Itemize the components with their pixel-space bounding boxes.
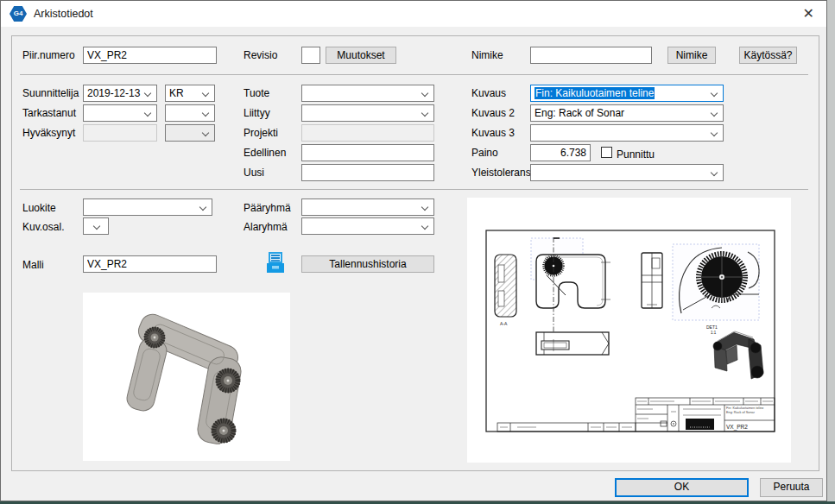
alaryhma-combo[interactable]: [301, 217, 434, 235]
chevron-down-icon: [421, 110, 428, 117]
kuvaus2-value: Eng: Rack of Sonar: [535, 107, 624, 119]
paino-input[interactable]: [530, 144, 591, 161]
separator-middle: [20, 189, 808, 190]
section-label: A-A: [500, 321, 508, 326]
kuvaus-label: Kuvaus: [471, 87, 506, 99]
luokite-label: Luokite: [22, 202, 56, 214]
chevron-down-icon: [421, 90, 428, 97]
drawing-preview-svg: A-A: [467, 198, 791, 463]
suunnittelija-label: Suunnittelija: [22, 87, 79, 99]
alaryhma-label: Alaryhmä: [244, 221, 288, 233]
titleblock-drawing-number: VX_PR2: [726, 424, 748, 431]
section-view: A-A: [495, 255, 516, 326]
chevron-down-icon: [421, 223, 428, 230]
chevron-down-icon: [711, 129, 718, 136]
detail-view: DET1 1:1: [673, 244, 759, 335]
titleblock-description-fin: Fin: Kaikuluotaimen teline: [726, 406, 763, 410]
front-view: [531, 237, 610, 337]
top-view: [536, 332, 609, 355]
suunnittelija-date-combo[interactable]: 2019-12-13: [83, 85, 157, 102]
chevron-down-icon: [144, 90, 151, 97]
vertex-g4-app-icon: G4: [9, 6, 27, 22]
suunnittelija-initials-combo[interactable]: KR: [165, 85, 215, 102]
chevron-down-icon: [202, 110, 209, 117]
paino-label: Paino: [471, 147, 498, 159]
liittyy-combo[interactable]: [301, 104, 434, 122]
model-preview-svg: [83, 293, 290, 461]
nimike-label: Nimike: [471, 49, 503, 61]
kuvaus3-combo[interactable]: [530, 124, 724, 142]
background-sliver: [827, 0, 835, 501]
isometric-view: [713, 331, 763, 379]
chevron-down-icon: [202, 90, 209, 97]
chevron-down-icon: [199, 204, 206, 211]
chevron-down-icon: [93, 223, 100, 230]
chevron-down-icon: [202, 129, 209, 136]
yleistoleranssi-combo[interactable]: [530, 164, 724, 181]
chevron-down-icon: [144, 110, 151, 117]
kuvaus2-combo[interactable]: Eng: Rack of Sonar: [530, 104, 724, 122]
muutokset-button[interactable]: Muutokset: [326, 47, 396, 64]
malli-input[interactable]: [83, 255, 217, 273]
luokite-combo[interactable]: [83, 198, 212, 216]
edellinen-input[interactable]: [301, 144, 434, 161]
tarkastanut-date-combo[interactable]: [83, 104, 157, 122]
kuvaus3-label: Kuvaus 3: [471, 127, 515, 139]
liittyy-label: Liittyy: [244, 107, 270, 119]
ok-button[interactable]: OK: [615, 478, 749, 497]
chevron-down-icon: [711, 110, 718, 117]
kuvaus-value-selected: Fin: Kaikuluotaimen teline: [535, 87, 655, 99]
revisio-label: Revisio: [244, 49, 277, 61]
kaytossa-button[interactable]: Käytössä?: [739, 47, 797, 64]
kuv-osal-combo[interactable]: [83, 217, 109, 235]
chevron-down-icon: [711, 90, 718, 97]
tuote-label: Tuote: [244, 87, 269, 99]
detail-scale: 1:1: [711, 331, 717, 335]
edellinen-label: Edellinen: [244, 147, 286, 159]
paaryhma-combo[interactable]: [301, 198, 434, 216]
hyvaksynyt-label: Hyväksynyt: [22, 127, 75, 139]
knurled-boss-right: [216, 369, 240, 393]
yleistoleranssi-label: Yleistoleranssi: [471, 167, 538, 179]
chevron-down-icon: [711, 169, 718, 176]
hyvaksynyt-initials-combo[interactable]: [165, 124, 215, 142]
knurled-boss-bottom: [212, 419, 236, 443]
chevron-down-icon: [421, 204, 428, 211]
kuv-osal-label: Kuv.osal.: [22, 221, 64, 233]
tarkastanut-initials-combo[interactable]: [165, 104, 215, 122]
kuvaus2-label: Kuvaus 2: [471, 107, 515, 119]
side-view: [642, 253, 662, 308]
punnittu-checkbox[interactable]: [601, 147, 612, 158]
titleblock-description-eng: Eng: Rack of Sonar: [726, 411, 756, 414]
uusi-input[interactable]: [301, 164, 434, 181]
titlebar: G4 Arkistotiedot ✕: [1, 1, 826, 27]
title-block: Fin: Kaikuluotaimen teline Eng: Rack of …: [636, 398, 775, 432]
parts-list-strip: [497, 423, 636, 432]
knurled-boss-top-left: [144, 327, 165, 348]
piir-numero-label: Piir.numero: [22, 49, 75, 61]
separator-top: [20, 74, 808, 75]
close-icon[interactable]: ✕: [803, 5, 814, 22]
nimike-button[interactable]: Nimike: [667, 47, 716, 64]
projekti-label: Projekti: [244, 127, 278, 139]
malli-label: Malli: [22, 259, 44, 271]
tuote-combo[interactable]: [301, 85, 434, 102]
revisio-input[interactable]: [301, 47, 320, 64]
nimike-input[interactable]: [530, 47, 652, 64]
app-badge-text: G4: [14, 9, 23, 17]
window-title: Arkistotiedot: [34, 8, 93, 20]
suunnittelija-date-value: 2019-12-13: [87, 87, 140, 99]
uusi-label: Uusi: [244, 167, 264, 179]
kuvaus-combo[interactable]: Fin: Kaikuluotaimen teline: [530, 85, 724, 102]
paaryhma-label: Pääryhmä: [244, 202, 291, 214]
tarkastanut-label: Tarkastanut: [22, 107, 76, 119]
archive-drawer-icon[interactable]: [266, 251, 285, 274]
model-preview: [83, 293, 290, 461]
piir-numero-input[interactable]: [83, 47, 217, 64]
hyvaksynyt-date-input: [83, 124, 157, 142]
tallennushistoria-button[interactable]: Tallennushistoria: [301, 255, 434, 273]
drawing-preview: A-A: [467, 198, 791, 463]
projekti-input: [301, 124, 434, 142]
arkistotiedot-dialog: G4 Arkistotiedot ✕ Piir.numero Revisio M…: [0, 0, 827, 501]
peruuta-button[interactable]: Peruuta: [760, 478, 823, 497]
